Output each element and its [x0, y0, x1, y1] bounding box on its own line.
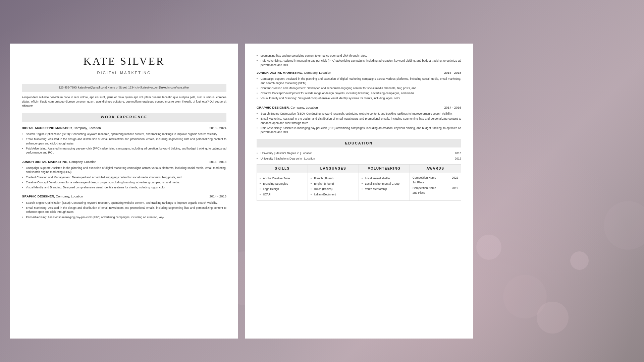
- bullet-item: Email Marketing: Assisted in the design …: [22, 206, 226, 214]
- skills-header: SKILLS: [257, 165, 308, 173]
- job-bullets-1: Search Engine Optimization (SEO): Conduc…: [22, 132, 226, 155]
- language-item: French (Fluent): [311, 176, 356, 181]
- bullet-item: segmenting lists and personalizing conte…: [257, 54, 461, 58]
- right-job-entry-2: JUNIOR DIGITAL MARKETING, Company, Locat…: [257, 70, 461, 101]
- languages-header: LANGUAGES: [308, 165, 359, 173]
- job-header-2: JUNIOR DIGITAL MARKETING, Company, Locat…: [22, 160, 226, 164]
- right-job-title-2: JUNIOR DIGITAL MARKETING: [257, 71, 302, 74]
- bullet-item: Paid Advertising: Assisted in managing p…: [22, 146, 226, 155]
- awards-column: AWARDS Competition Name 2022 1st Place C…: [410, 165, 461, 201]
- job-entry-3: GRAPHIC DESIGNER, Company, Location 2014…: [22, 194, 226, 219]
- award-name-2: Competition Name: [413, 186, 436, 190]
- education-item-2: University | Bachelor's Degree in | Loca…: [257, 157, 461, 161]
- award-entry-1: Competition Name 2022 1st Place: [413, 176, 458, 185]
- education-text-1: University | Master's Degree in | Locati…: [261, 152, 312, 156]
- bullet-item: Email Marketing: Assisted in the design …: [22, 137, 226, 145]
- job-company-2: , Company, Location: [67, 160, 96, 164]
- job-entry-1: DIGITAL MARKETING MANAGER, Company, Loca…: [22, 126, 226, 155]
- job-dates-1: 2018 - 2024: [209, 126, 226, 130]
- language-item: English (Fluent): [311, 181, 356, 187]
- job-dates-2: 2016 - 2018: [209, 160, 226, 164]
- resume-left-page: KATE SILVER DIGITAL MARKETING 123-456-78…: [10, 44, 238, 339]
- summary-text: Alicipiendem nulleste nesectium cone in …: [22, 95, 226, 108]
- job-company-3: , Company, Location: [54, 194, 83, 198]
- skills-column: SKILLS Adobe Creative Suite Branding Str…: [257, 165, 308, 201]
- bottom-grid: SKILLS Adobe Creative Suite Branding Str…: [257, 164, 461, 201]
- bullet-item: Search Engine Optimization (SEO): Conduc…: [22, 201, 226, 205]
- bullet-item: Paid Advertising: Assisted in managing p…: [22, 215, 226, 219]
- right-job-title-company-2: JUNIOR DIGITAL MARKETING, Company, Locat…: [257, 70, 331, 75]
- award-row-1: Competition Name 2022: [413, 176, 458, 180]
- education-header: EDUCATION: [257, 139, 461, 147]
- bullet-item: Visual Identity and Branding: Designed c…: [22, 185, 226, 189]
- language-item: Dutch (Basics): [311, 187, 356, 192]
- bullet-item: Visual Identity and Branding: Designed c…: [257, 96, 461, 100]
- right-job-dates-3: 2014 - 2016: [444, 105, 461, 110]
- bokeh-circle: [537, 302, 569, 334]
- skill-item: UX/UI: [260, 192, 305, 197]
- skill-item: Logo Design: [260, 187, 305, 192]
- bullet-item: Paid Advertising: Assisted in managing p…: [257, 126, 461, 134]
- job-title-2: JUNIOR DIGITAL MARKETING: [22, 160, 67, 164]
- job-title-1: DIGITAL MARKETING MANAGER: [22, 126, 72, 130]
- right-job-company-2: , Company, Location: [302, 71, 331, 74]
- bullet-item: Creative Concept Development:for a wide …: [22, 180, 226, 184]
- contact-bar: 123-456-7890| katesilver@gmail.com| Name…: [22, 84, 226, 92]
- bullet-item: Paid Advertising: Assisted in managing p…: [257, 59, 461, 67]
- resume-right-page: segmenting lists and personalizing conte…: [245, 44, 473, 339]
- candidate-name: KATE SILVER: [22, 54, 226, 69]
- job-bullets-3: Search Engine Optimization (SEO): Conduc…: [22, 201, 226, 219]
- resume-header: KATE SILVER DIGITAL MARKETING: [22, 54, 226, 80]
- education-list: University | Master's Degree in | Locati…: [257, 152, 461, 161]
- education-year-2: 2012: [455, 157, 461, 161]
- right-job-header-2: JUNIOR DIGITAL MARKETING, Company, Locat…: [257, 70, 461, 75]
- bullet-item: Content Creation and Management: Develop…: [22, 175, 226, 179]
- work-experience-header: WORK EXPERIENCE: [22, 113, 226, 121]
- award-row-2: Competition Name 2019: [413, 186, 458, 190]
- volunteer-item: Local animal shelter: [362, 176, 407, 181]
- bullet-item: Search Engine Optimization (SEO): Conduc…: [22, 132, 226, 136]
- candidate-title: DIGITAL MARKETING: [22, 70, 226, 75]
- award-place-2: 2nd Place: [413, 191, 458, 195]
- awards-header: AWARDS: [410, 165, 461, 173]
- volunteering-header: VOLUNTEERING: [359, 165, 410, 173]
- language-item: Italian (Beginner): [311, 192, 356, 197]
- right-job-dates-2: 2016 - 2018: [444, 70, 461, 75]
- award-year-2: 2019: [452, 186, 458, 190]
- education-text-2: University | Bachelor's Degree in | Loca…: [261, 157, 315, 161]
- education-item-1: University | Master's Degree in | Locati…: [257, 152, 461, 156]
- bullet-item: Email Marketing: Assisted in the design …: [257, 117, 461, 125]
- job-dates-3: 2014 - 2016: [209, 194, 226, 198]
- skill-item: Branding Strategies: [260, 181, 305, 187]
- right-job-entry-3: GRAPHIC DESIGNER, Company, Location 2014…: [257, 105, 461, 134]
- resume-container: KATE SILVER DIGITAL MARKETING 123-456-78…: [10, 44, 473, 339]
- right-job-title-3: GRAPHIC DESIGNER: [257, 106, 289, 109]
- job-entry-2: JUNIOR DIGITAL MARKETING, Company, Locat…: [22, 160, 226, 190]
- bullet-item: Campaign Support: Assisted in the planni…: [22, 166, 226, 174]
- job-title-company-2: JUNIOR DIGITAL MARKETING, Company, Locat…: [22, 160, 96, 164]
- continued-bullets-top: segmenting lists and personalizing conte…: [257, 54, 461, 67]
- job-header-1: DIGITAL MARKETING MANAGER, Company, Loca…: [22, 126, 226, 130]
- bullet-item: Search Engine Optimization (SEO): Conduc…: [257, 112, 461, 116]
- right-job-header-3: GRAPHIC DESIGNER, Company, Location 2014…: [257, 105, 461, 110]
- award-place-1: 1st Place: [413, 181, 458, 185]
- volunteer-item: Local Environmental Group: [362, 181, 407, 187]
- bullet-item: Campaign Support: Assisted in the planni…: [257, 77, 461, 85]
- job-title-company-1: DIGITAL MARKETING MANAGER, Company, Loca…: [22, 126, 101, 130]
- bokeh-circle: [570, 251, 589, 270]
- right-job-bullets-2: Campaign Support: Assisted in the planni…: [257, 77, 461, 101]
- education-year-1: 2013: [455, 152, 461, 156]
- job-header-3: GRAPHIC DESIGNER, Company, Location 2014…: [22, 194, 226, 199]
- award-name-1: Competition Name: [413, 176, 436, 180]
- job-bullets-2: Campaign Support: Assisted in the planni…: [22, 166, 226, 190]
- job-company-1: , Company, Location: [72, 126, 101, 130]
- bullet-item: Content Creation and Management: Develop…: [257, 86, 461, 90]
- bokeh-circle: [476, 235, 501, 260]
- award-year-1: 2022: [452, 176, 458, 180]
- languages-column: LANGUAGES French (Fluent) English (Fluen…: [308, 165, 359, 201]
- volunteer-item: Youth Mentorship: [362, 187, 407, 192]
- job-title-3: GRAPHIC DESIGNER: [22, 194, 54, 198]
- award-entry-2: Competition Name 2019 2nd Place: [413, 186, 458, 195]
- right-job-title-company-3: GRAPHIC DESIGNER, Company, Location: [257, 105, 318, 110]
- job-title-company-3: GRAPHIC DESIGNER, Company, Location: [22, 194, 83, 199]
